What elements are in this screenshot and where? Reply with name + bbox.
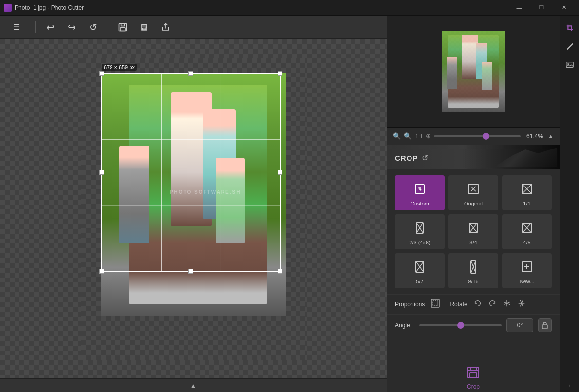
grid-line-h1 [102,139,280,140]
angle-link-button[interactable] [538,318,552,332]
ratio-new[interactable]: New... [502,253,552,288]
canvas-area[interactable]: PHOTO SOFTWARE.SH 679 × 659 px [0,39,387,378]
preview-collapse-button[interactable]: ▲ [548,133,554,140]
ratio-9-16[interactable]: 9/16 [448,253,498,288]
grid-line-v2 [221,74,221,271]
crop-handle-bottom-left[interactable] [99,269,104,274]
right-sidebar: › [560,16,579,392]
angle-input[interactable] [506,318,533,332]
ratio-2-3-label: 2/3 (4x6) [409,240,430,245]
grid-line-v1 [161,74,162,271]
angle-slider[interactable] [419,324,502,326]
crop-header: CROP ↺ [387,145,560,169]
minimize-button[interactable]: — [508,0,530,16]
toolbar-separator [35,21,36,33]
left-panel: ☰ ↩ ↪ ↺ [0,16,387,392]
canvas-bottom-bar: ▲ [0,378,387,392]
crop-overlay[interactable]: 679 × 659 px [101,73,281,272]
sidebar-icon-image[interactable] [561,56,578,73]
ratio-5-7[interactable]: 5/7 [395,253,445,288]
crop-handle-top-middle[interactable] [188,71,193,76]
zoom-value: 61.4% [523,133,543,140]
sidebar-icon-crop[interactable] [561,19,578,36]
share-button[interactable] [157,19,174,36]
crop-section-title: CROP [395,154,418,162]
zoom-thumb[interactable] [483,133,489,140]
close-button[interactable]: ✕ [553,0,575,16]
svg-rect-35 [568,26,571,29]
ratio-custom-icon [411,180,429,198]
zoom-out-icon[interactable]: 🔍 [393,132,401,140]
redo-forward-button[interactable]: ↺ [84,19,102,36]
ratio-original-icon [465,180,482,198]
ratio-5-7-label: 5/7 [416,279,423,284]
crop-reset-icon[interactable]: ↺ [422,153,428,163]
app-icon [4,4,12,12]
angle-row: Angle [387,314,560,336]
maximize-button[interactable]: ❒ [530,0,553,16]
zoom-fit-icon[interactable]: ⊕ [426,132,431,140]
crop-action-bar: Crop [387,363,560,392]
ratio-1-1-label: 1/1 [523,201,530,206]
canvas-collapse-arrow[interactable]: ▲ [187,382,200,389]
crop-apply-label: Crop [467,383,480,390]
ratio-original[interactable]: Original [448,175,498,210]
crop-handle-middle-left[interactable] [99,170,104,175]
svg-rect-4 [143,28,146,29]
crop-ratios-grid: Custom Original [387,169,560,294]
zoom-controls: 🔍 🔍 1:1 ⊕ 61.4% ▲ [387,128,560,145]
sidebar-icon-pencil[interactable] [561,38,578,55]
ratio-4-5-icon [518,219,536,237]
svg-rect-30 [433,301,438,306]
ratio-3-4-icon [465,219,482,237]
ratio-4-5-label: 4/5 [523,240,530,245]
save-button[interactable] [114,19,131,36]
grid-line-h2 [102,205,280,205]
proportions-rotate-row: Proportions Rotate [387,294,560,314]
print-button[interactable] [135,19,153,36]
crop-handle-bottom-middle[interactable] [188,269,193,274]
redo-back-button[interactable]: ↪ [63,19,80,36]
proportions-label: Proportions [395,301,425,308]
ratio-new-icon [518,258,536,276]
crop-apply-button[interactable]: Crop [459,363,488,392]
crop-handle-top-left[interactable] [99,71,104,76]
crop-handle-bottom-right[interactable] [278,269,282,274]
zoom-slider[interactable] [434,135,521,137]
svg-rect-6 [415,185,424,193]
rotate-cw-icon[interactable] [488,299,497,310]
undo-button[interactable]: ↩ [41,19,59,36]
sidebar-expand-icon[interactable]: › [569,383,570,388]
right-panel: 🔍 🔍 1:1 ⊕ 61.4% ▲ [387,16,560,392]
crop-apply-icon [467,366,480,382]
rotate-label: Rotate [450,301,467,308]
toolbar: ☰ ↩ ↪ ↺ [0,16,387,39]
ratio-custom[interactable]: Custom [395,175,445,210]
zoom-reset-icon[interactable]: 1:1 [415,133,423,139]
ratio-2-3-icon [411,219,429,237]
ratio-3-4[interactable]: 3/4 [448,214,498,249]
angle-thumb[interactable] [457,322,464,329]
ratio-1-1[interactable]: 1/1 [502,175,552,210]
crop-size-label: 679 × 659 px [102,64,137,71]
proportions-icon[interactable] [430,299,440,310]
flip-vertical-icon[interactable] [517,299,526,310]
crop-header-content: CROP ↺ [395,153,428,163]
ratio-3-4-label: 3/4 [469,240,477,245]
menu-button[interactable]: ☰ [8,19,25,36]
crop-handle-top-right[interactable] [278,71,282,76]
toolbar-separator-2 [108,21,108,33]
ratio-4-5[interactable]: 4/5 [502,214,552,249]
svg-rect-36 [566,62,573,68]
rotate-ccw-icon[interactable] [473,299,482,310]
zoom-in-icon[interactable]: 🔍 [404,132,411,140]
ratio-9-16-icon [465,258,482,276]
crop-handle-middle-right[interactable] [278,170,282,175]
flip-horizontal-icon[interactable] [503,299,511,310]
angle-label: Angle [395,322,414,329]
ratio-custom-label: Custom [411,201,429,206]
crop-header-image [462,145,560,169]
svg-rect-2 [120,27,125,31]
preview-family-photo [442,31,505,112]
ratio-2-3[interactable]: 2/3 (4x6) [395,214,445,249]
